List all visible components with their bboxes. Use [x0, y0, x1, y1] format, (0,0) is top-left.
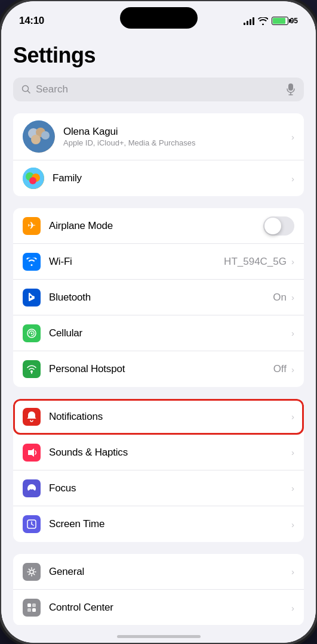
- profile-group: Olena Kagui Apple ID, iCloud+, Media & P…: [13, 113, 304, 196]
- connectivity-group: ✈ Airplane Mode Wi-Fi: [13, 208, 304, 387]
- home-indicator: [1, 625, 316, 643]
- svg-rect-1: [288, 83, 293, 91]
- sounds-label: Sounds & Haptics: [49, 447, 290, 459]
- signal-bar-2: [247, 21, 248, 25]
- notifications-row[interactable]: Notifications ›: [13, 399, 304, 435]
- hotspot-chevron-icon: ›: [291, 364, 294, 374]
- general-right: ›: [290, 566, 294, 577]
- status-time: 14:10: [19, 15, 44, 27]
- wifi-right: HT_594C_5G ›: [224, 256, 294, 268]
- cellular-content: Cellular: [49, 327, 290, 339]
- screen: 14:10 95: [1, 1, 316, 643]
- user-subtitle: Apple ID, iCloud+, Media & Purchases: [63, 138, 290, 147]
- search-icon: [21, 85, 31, 94]
- screentime-chevron-icon: ›: [291, 519, 294, 530]
- focus-content: Focus: [49, 482, 290, 494]
- svg-marker-17: [28, 448, 34, 457]
- focus-row[interactable]: Focus ›: [13, 470, 304, 506]
- focus-chevron-icon: ›: [291, 483, 294, 493]
- battery-container: 95: [272, 17, 298, 25]
- notifications-label: Notifications: [49, 411, 290, 423]
- cellular-icon: [23, 324, 41, 342]
- svg-rect-25: [27, 608, 31, 612]
- control-center-icon: [23, 599, 41, 617]
- notifications-right: ›: [290, 411, 294, 422]
- hotspot-row[interactable]: Personal Hotspot Off ›: [13, 351, 304, 387]
- svg-point-12: [29, 177, 36, 184]
- hotspot-content: Personal Hotspot: [49, 363, 273, 375]
- control-center-right: ›: [290, 603, 294, 613]
- airplane-mode-row[interactable]: ✈ Airplane Mode: [13, 208, 304, 244]
- cellular-label: Cellular: [49, 327, 290, 339]
- bluetooth-chevron-icon: ›: [291, 292, 294, 302]
- airplane-mode-icon: ✈: [23, 217, 41, 235]
- wifi-label: Wi-Fi: [49, 256, 224, 268]
- airplane-mode-label: Airplane Mode: [49, 220, 263, 232]
- page-title: Settings: [13, 43, 304, 68]
- hotspot-label: Personal Hotspot: [49, 363, 273, 375]
- user-profile-row[interactable]: Olena Kagui Apple ID, iCloud+, Media & P…: [13, 113, 304, 160]
- svg-rect-26: [32, 608, 36, 612]
- family-chevron-icon: ›: [291, 174, 294, 184]
- screentime-content: Screen Time: [49, 518, 290, 530]
- control-center-content: Control Center: [49, 602, 290, 614]
- battery-fill: [273, 18, 285, 24]
- hotspot-icon: [23, 360, 41, 378]
- svg-point-14: [31, 332, 33, 334]
- notifications-chevron-icon: ›: [291, 411, 294, 422]
- wifi-value: HT_594C_5G: [224, 256, 287, 268]
- search-bar[interactable]: Search: [13, 78, 304, 101]
- control-center-row[interactable]: Control Center ›: [13, 590, 304, 625]
- battery-percentage: 95: [290, 17, 298, 25]
- wifi-chevron-icon: ›: [291, 256, 294, 267]
- user-info: Olena Kagui Apple ID, iCloud+, Media & P…: [63, 126, 290, 147]
- user-avatar: [23, 120, 55, 153]
- bluetooth-value: On: [273, 292, 287, 304]
- microphone-icon[interactable]: [286, 83, 296, 95]
- general-group: General ›: [13, 554, 304, 625]
- search-placeholder: Search: [36, 83, 281, 95]
- svg-point-8: [31, 135, 41, 144]
- sounds-chevron-icon: ›: [291, 447, 294, 457]
- signal-bar-1: [244, 23, 245, 25]
- general-row[interactable]: General ›: [13, 554, 304, 590]
- control-center-label: Control Center: [49, 602, 290, 614]
- notifications-icon: [23, 408, 41, 426]
- general-label: General: [49, 566, 290, 578]
- focus-icon: [23, 479, 41, 497]
- bluetooth-content: Bluetooth: [49, 292, 273, 304]
- wifi-content: Wi-Fi: [49, 256, 224, 268]
- status-icons: 95: [244, 17, 298, 25]
- wifi-settings-icon: [23, 253, 41, 271]
- family-info: Family: [53, 172, 290, 184]
- signal-bar-4: [253, 17, 254, 25]
- airplane-mode-toggle[interactable]: [263, 216, 294, 236]
- sounds-icon: [23, 444, 41, 462]
- bluetooth-icon: [23, 289, 41, 306]
- signal-bar-3: [250, 19, 251, 25]
- screentime-right: ›: [290, 519, 294, 530]
- svg-point-18: [30, 487, 33, 490]
- status-bar: 14:10 95: [1, 1, 316, 33]
- wifi-row[interactable]: Wi-Fi HT_594C_5G ›: [13, 244, 304, 280]
- chevron-icon: ›: [291, 132, 294, 142]
- control-center-chevron-icon: ›: [291, 603, 294, 613]
- signal-bars-icon: [244, 17, 254, 25]
- wifi-icon: [258, 17, 268, 25]
- family-label: Family: [53, 172, 290, 184]
- svg-point-22: [30, 570, 33, 574]
- sounds-right: ›: [290, 447, 294, 457]
- svg-line-21: [32, 524, 33, 525]
- hotspot-right: Off ›: [273, 363, 294, 375]
- screentime-icon: [23, 515, 41, 533]
- sounds-row[interactable]: Sounds & Haptics ›: [13, 435, 304, 470]
- family-row[interactable]: Family ›: [13, 160, 304, 196]
- screentime-row[interactable]: Screen Time ›: [13, 506, 304, 542]
- cellular-right: ›: [290, 328, 294, 338]
- general-content: General: [49, 566, 290, 578]
- cellular-row[interactable]: Cellular ›: [13, 315, 304, 351]
- svg-rect-24: [32, 603, 36, 607]
- svg-rect-23: [27, 603, 31, 607]
- notifications-content: Notifications: [49, 411, 290, 423]
- bluetooth-row[interactable]: Bluetooth On ›: [13, 280, 304, 315]
